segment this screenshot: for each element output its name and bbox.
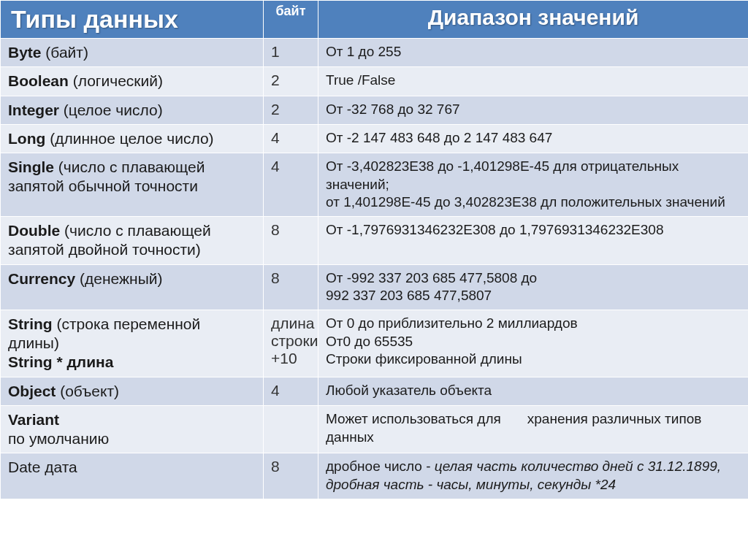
- header-bytes: байт: [264, 1, 318, 39]
- range-part1: Может использоваться для: [326, 411, 501, 426]
- range-part1: дробное число -: [326, 459, 435, 474]
- type-name: Object: [8, 383, 56, 399]
- type-name: Boolean: [8, 72, 69, 89]
- table-row: Currency (денежный) 8 От -992 337 203 68…: [1, 264, 749, 310]
- table-row: Integer (целое число) 2 От -32 768 до 32…: [1, 96, 749, 124]
- table-row: Byte (байт) 1 От 1 до 255: [1, 39, 749, 67]
- header-types: Типы данных: [1, 1, 264, 39]
- table-row: String (строка переменной длины) String …: [1, 310, 749, 377]
- type-name: String: [8, 315, 53, 332]
- cell-range: От -2 147 483 648 до 2 147 483 647: [318, 124, 749, 153]
- header-row: Типы данных байт Диапазон значений: [1, 1, 749, 39]
- cell-range: дробное число - целая часть количество д…: [318, 453, 749, 499]
- table-row: Boolean (логический) 2 True /False: [1, 67, 749, 96]
- cell-bytes: [264, 405, 318, 453]
- cell-type: Object (объект): [1, 377, 264, 405]
- cell-type: Currency (денежный): [1, 264, 264, 310]
- cell-type: Integer (целое число): [1, 96, 264, 124]
- table-row: Double (число с плавающей запятой двойно…: [1, 217, 749, 265]
- type-name: Byte: [8, 44, 42, 61]
- table-row: Single (число с плавающей запятой обычно…: [1, 153, 749, 217]
- cell-type: Single (число с плавающей запятой обычно…: [1, 153, 264, 217]
- table-row: Long (длинное целое число) 4 От -2 147 4…: [1, 124, 749, 153]
- cell-range: От -3,402823Е38 до -1,401298Е-45 для отр…: [318, 153, 749, 217]
- table-row: Object (объект) 4 Любой указатель объект…: [1, 377, 749, 405]
- cell-bytes: длина строки +10: [264, 310, 318, 377]
- cell-bytes: 8: [264, 453, 318, 499]
- type-desc: (объект): [56, 383, 119, 399]
- cell-bytes: 8: [264, 217, 318, 265]
- cell-range: От 0 до приблизительно 2 миллиардовОт0 д…: [318, 310, 749, 377]
- cell-bytes: 4: [264, 377, 318, 405]
- cell-bytes: 4: [264, 153, 318, 217]
- cell-range: True /False: [318, 67, 749, 96]
- type-name: Date дата: [8, 459, 77, 475]
- cell-bytes: 4: [264, 124, 318, 153]
- cell-range: От -1,7976931346232Е308 до 1,79769313462…: [318, 217, 749, 265]
- table-row: Date дата 8 дробное число - целая часть …: [1, 453, 749, 499]
- type-name-2: String * длина: [8, 353, 113, 370]
- type-name: Currency: [8, 270, 75, 287]
- cell-bytes: 2: [264, 67, 318, 96]
- cell-range: Может использоваться дляхранения различн…: [318, 405, 749, 453]
- type-name: Double: [8, 222, 60, 239]
- type-desc: (байт): [42, 44, 88, 61]
- type-desc: (логический): [69, 72, 163, 89]
- cell-bytes: 1: [264, 39, 318, 67]
- cell-range: От -992 337 203 685 477,5808 до992 337 2…: [318, 264, 749, 310]
- cell-bytes: 8: [264, 264, 318, 310]
- type-desc: (целое число): [59, 101, 163, 118]
- cell-range: Любой указатель объекта: [318, 377, 749, 405]
- cell-type: String (строка переменной длины) String …: [1, 310, 264, 377]
- type-desc: по умолчанию: [8, 430, 109, 447]
- cell-type: Boolean (логический): [1, 67, 264, 96]
- type-desc: (длинное целое число): [45, 130, 213, 147]
- type-name: Single: [8, 158, 54, 175]
- cell-type: Date дата: [1, 453, 264, 499]
- type-desc: (денежный): [75, 270, 162, 287]
- cell-type: Byte (байт): [1, 39, 264, 67]
- cell-type: Variant по умолчанию: [1, 405, 264, 453]
- cell-range: От 1 до 255: [318, 39, 749, 67]
- cell-range: От -32 768 до 32 767: [318, 96, 749, 124]
- cell-type: Double (число с плавающей запятой двойно…: [1, 217, 264, 265]
- data-types-table: Типы данных байт Диапазон значений Byte …: [0, 0, 748, 499]
- table-row: Variant по умолчанию Может использоватьс…: [1, 405, 749, 453]
- header-range: Диапазон значений: [318, 1, 749, 39]
- cell-type: Long (длинное целое число): [1, 124, 264, 153]
- type-name: Long: [8, 130, 45, 147]
- cell-bytes: 2: [264, 96, 318, 124]
- type-name: Integer: [8, 101, 59, 118]
- type-name: Variant: [8, 411, 59, 428]
